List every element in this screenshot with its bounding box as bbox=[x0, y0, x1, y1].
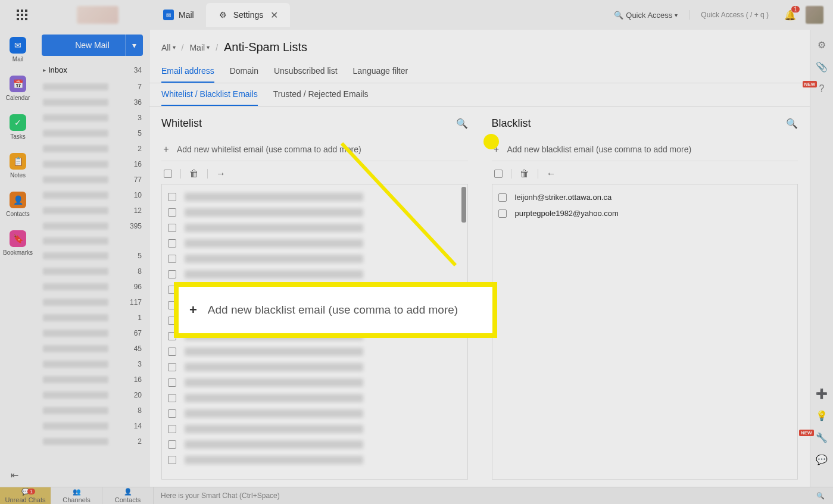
collapse-rail-icon[interactable]: ⇤ bbox=[11, 469, 18, 481]
chat-icon[interactable]: 💬 bbox=[816, 454, 828, 465]
subtab-email[interactable]: Email address bbox=[161, 60, 214, 83]
whitelist-item[interactable] bbox=[166, 359, 464, 375]
tab-settings[interactable]: ⚙ Settings ✕ bbox=[206, 3, 291, 27]
add-whitelist-row[interactable]: + Add new whitelist email (use comma to … bbox=[161, 138, 468, 161]
search-icon[interactable]: 🔍 bbox=[456, 118, 468, 129]
checkbox[interactable] bbox=[168, 456, 176, 464]
whitelist-item[interactable] bbox=[166, 437, 464, 452]
message-row[interactable]: 5 bbox=[36, 126, 149, 141]
close-icon[interactable]: ✕ bbox=[270, 10, 278, 21]
message-row[interactable]: 117 bbox=[36, 295, 149, 310]
whitelist-item[interactable] bbox=[166, 421, 464, 437]
checkbox[interactable] bbox=[168, 425, 176, 433]
whitelist-item[interactable] bbox=[166, 344, 464, 359]
rail-bookmarks[interactable]: 🔖Bookmarks bbox=[0, 228, 36, 258]
arrow-right-icon[interactable]: → bbox=[216, 168, 226, 179]
whitelist-item[interactable] bbox=[166, 251, 464, 267]
message-row[interactable]: 10 bbox=[36, 187, 149, 203]
checkbox[interactable] bbox=[498, 193, 507, 202]
attachments-icon[interactable]: 📎 bbox=[816, 61, 828, 73]
message-row[interactable]: 2 bbox=[36, 434, 149, 449]
add-widget-icon[interactable]: ➕ bbox=[816, 388, 828, 399]
help-icon[interactable]: ?NEW bbox=[819, 83, 825, 94]
checkbox[interactable] bbox=[168, 440, 176, 449]
message-row[interactable]: 3 bbox=[36, 110, 149, 126]
checkbox[interactable] bbox=[168, 378, 176, 387]
message-row[interactable]: 8 bbox=[36, 264, 149, 279]
message-row[interactable]: 8 bbox=[36, 403, 149, 418]
add-blacklist-row[interactable]: + Add new blacklist email (use comma to … bbox=[492, 138, 798, 161]
settings-gear-icon[interactable]: ⚙ bbox=[818, 39, 826, 51]
crumb-all[interactable]: All▾ bbox=[161, 43, 176, 52]
checkbox[interactable] bbox=[168, 363, 176, 371]
rail-mail[interactable]: ✉Mail bbox=[6, 35, 30, 65]
message-row[interactable]: 36 bbox=[36, 95, 149, 110]
new-mail-button[interactable]: New Mail ▾ bbox=[42, 35, 143, 56]
whitelist-item[interactable] bbox=[166, 452, 464, 468]
subtab-domain[interactable]: Domain bbox=[230, 60, 258, 83]
message-row[interactable]: 2 bbox=[36, 141, 149, 156]
apps-launcher-icon[interactable] bbox=[15, 8, 29, 22]
checkbox[interactable] bbox=[168, 394, 176, 402]
rail-calendar[interactable]: 📅Calendar bbox=[2, 73, 34, 104]
message-row[interactable]: 20 bbox=[36, 387, 149, 403]
select-all-checkbox[interactable] bbox=[494, 170, 503, 178]
arrow-left-icon[interactable]: ← bbox=[547, 168, 556, 179]
rail-notes[interactable]: 📋Notes bbox=[6, 151, 30, 181]
checkbox[interactable] bbox=[168, 409, 176, 418]
checkbox[interactable] bbox=[168, 239, 176, 248]
message-row[interactable]: 7 bbox=[36, 79, 149, 95]
select-all-checkbox[interactable] bbox=[164, 170, 172, 178]
message-row[interactable]: 5 bbox=[36, 248, 149, 264]
whitelist-item[interactable] bbox=[166, 267, 464, 282]
message-row[interactable]: 3 bbox=[36, 356, 149, 372]
checkbox[interactable] bbox=[168, 255, 176, 263]
bottom-tab-unread-chats[interactable]: 💬 1 Unread Chats bbox=[0, 487, 51, 505]
blacklist-item[interactable]: purptegpole1982@yahoo.com bbox=[496, 205, 794, 221]
whitelist-item[interactable] bbox=[166, 236, 464, 251]
folder-inbox[interactable]: ▸ Inbox 34 bbox=[36, 61, 149, 79]
quick-access-button[interactable]: 🔍 Quick Access ▾ bbox=[607, 7, 685, 23]
message-row[interactable]: 14 bbox=[36, 418, 149, 434]
message-row[interactable]: 96 bbox=[36, 279, 149, 295]
tab-mail[interactable]: ✉ Mail bbox=[151, 3, 206, 27]
crumb-mail[interactable]: Mail▾ bbox=[189, 43, 210, 52]
whitelist-item[interactable] bbox=[166, 189, 464, 205]
checkbox[interactable] bbox=[168, 270, 176, 278]
remote-icon[interactable]: 🔧NEW bbox=[816, 432, 828, 443]
chevron-down-icon[interactable]: ▾ bbox=[125, 35, 143, 56]
avatar[interactable] bbox=[806, 6, 823, 24]
message-row[interactable]: 45 bbox=[36, 341, 149, 356]
message-row[interactable]: 16 bbox=[36, 372, 149, 387]
message-row[interactable] bbox=[36, 234, 149, 248]
message-row[interactable]: 77 bbox=[36, 172, 149, 187]
rail-contacts[interactable]: 👤Contacts bbox=[2, 189, 33, 220]
subtab-trusted-rejected[interactable]: Trusted / Rejected Emails bbox=[273, 83, 369, 106]
checkbox[interactable] bbox=[168, 348, 176, 356]
subtab-language[interactable]: Language filter bbox=[353, 60, 408, 83]
subtab-unsubscribed[interactable]: Unsubscribed list bbox=[274, 60, 338, 83]
message-row[interactable]: 16 bbox=[36, 156, 149, 172]
subtab-whitelist-blacklist[interactable]: Whitelist / Blacklist Emails bbox=[161, 83, 258, 106]
message-row[interactable]: 12 bbox=[36, 203, 149, 218]
search-icon[interactable]: 🔍 bbox=[786, 118, 798, 129]
checkbox[interactable] bbox=[168, 208, 176, 217]
checkbox[interactable] bbox=[168, 193, 176, 201]
rail-tasks[interactable]: ✓Tasks bbox=[6, 112, 30, 142]
checkbox[interactable] bbox=[168, 224, 176, 232]
whitelist-item[interactable] bbox=[166, 390, 464, 406]
message-row[interactable]: 1 bbox=[36, 310, 149, 325]
trash-icon[interactable]: 🗑 bbox=[189, 168, 199, 179]
scrollbar[interactable] bbox=[461, 187, 466, 223]
trash-icon[interactable]: 🗑 bbox=[520, 168, 529, 179]
message-row[interactable]: 67 bbox=[36, 325, 149, 341]
whitelist-item[interactable] bbox=[166, 406, 464, 421]
blacklist-item[interactable]: leijonh@striker.ottawa.on.ca bbox=[496, 189, 794, 205]
bottom-tab-channels[interactable]: 👥 Channels bbox=[51, 487, 102, 505]
search-icon[interactable]: 🔍 bbox=[808, 492, 833, 500]
whitelist-item[interactable] bbox=[166, 375, 464, 390]
bottom-tab-contacts[interactable]: 👤 Contacts bbox=[102, 487, 154, 505]
whitelist-item[interactable] bbox=[166, 205, 464, 220]
notifications-button[interactable]: 🔔 1 bbox=[779, 5, 801, 26]
message-row[interactable]: 395 bbox=[36, 218, 149, 234]
